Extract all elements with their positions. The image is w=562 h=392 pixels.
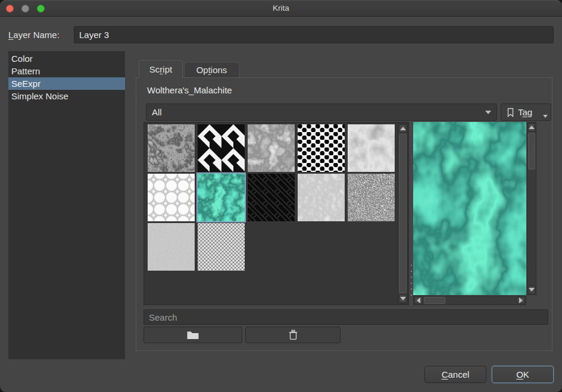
label-mnemonic: a — [523, 107, 527, 117]
pattern-thumb-art — [198, 223, 245, 271]
arrow-right-icon — [519, 297, 523, 303]
label-post: ancel — [448, 369, 469, 380]
pattern-thumb-art — [148, 174, 195, 221]
tab-label-post: ions — [211, 65, 227, 75]
ok-button[interactable]: OK — [492, 366, 554, 383]
pattern-thumbnail[interactable] — [248, 174, 295, 221]
cancel-button[interactable]: Cancel — [424, 366, 486, 383]
pattern-thumbnail[interactable] — [348, 174, 395, 221]
arrow-up-icon — [400, 127, 406, 130]
preview-horizontal-scrollbar[interactable] — [413, 296, 526, 305]
script-tab-panel: Wolthera's_Malachite All Tag — [136, 77, 552, 351]
label-pre: T — [518, 107, 523, 117]
list-item-seexpr[interactable]: SeExpr — [8, 77, 125, 90]
tab-script[interactable]: Script — [139, 60, 183, 78]
scroll-left-button[interactable] — [414, 297, 423, 304]
titlebar: Krita — [0, 0, 562, 17]
scroll-down-button[interactable] — [399, 294, 407, 303]
pattern-thumb-art — [148, 223, 195, 271]
label-post: K — [523, 369, 529, 380]
label-post: g — [527, 107, 532, 117]
malachite-preview-image — [413, 122, 526, 295]
arrow-up-icon — [529, 126, 535, 129]
pattern-thumbnail[interactable] — [348, 124, 395, 172]
arrow-left-icon — [417, 297, 420, 303]
pattern-thumb-art — [248, 174, 295, 221]
chevron-down-icon — [485, 111, 491, 114]
bookmark-icon — [507, 108, 514, 117]
selected-resource-name: Wolthera's_Malachite — [147, 85, 232, 95]
pattern-thumbnail[interactable] — [148, 124, 195, 172]
pattern-thumb-art — [298, 124, 345, 172]
grid-vertical-scrollbar[interactable] — [398, 123, 408, 304]
folder-icon — [186, 330, 199, 340]
chevron-down-icon — [543, 115, 548, 118]
tab-label-pre: Op — [196, 65, 208, 75]
pattern-grid — [145, 123, 397, 304]
scroll-right-button[interactable] — [517, 297, 525, 304]
list-item-pattern[interactable]: Pattern — [8, 65, 125, 77]
pattern-thumb-art — [248, 124, 295, 172]
pattern-grid-view — [143, 122, 409, 305]
list-item-simplex-noise[interactable]: Simplex Noise — [8, 90, 125, 102]
layer-name-label: Layer Name: — [8, 30, 60, 40]
pattern-thumb-art — [148, 124, 195, 172]
scrollbar-thumb[interactable] — [399, 134, 407, 293]
pattern-thumbnail[interactable] — [298, 174, 345, 221]
pattern-thumbnail[interactable] — [198, 223, 245, 271]
pattern-thumbnail[interactable] — [298, 124, 345, 172]
pattern-thumbnail[interactable] — [148, 223, 195, 271]
pattern-thumbnail[interactable] — [248, 124, 295, 172]
pattern-thumb-art — [198, 124, 245, 172]
tab-options[interactable]: Options — [184, 62, 239, 78]
tag-filter-dropdown[interactable]: All — [146, 104, 497, 121]
label-mnemonic: C — [442, 369, 448, 380]
pattern-thumb-art — [348, 174, 395, 221]
tag-button-label: Tag — [518, 107, 532, 117]
preview-vertical-scrollbar[interactable] — [527, 122, 536, 295]
pattern-thumb-art — [348, 124, 395, 172]
scroll-down-button[interactable] — [528, 286, 535, 294]
search-input[interactable] — [143, 309, 548, 325]
pattern-thumbnail[interactable] — [198, 124, 245, 172]
label-post: ayer Name: — [13, 30, 60, 40]
tag-filter-value: All — [152, 107, 162, 117]
window-title: Krita — [0, 0, 562, 17]
trash-icon — [289, 330, 298, 340]
scrollbar-thumb[interactable] — [424, 297, 445, 304]
delete-resource-button[interactable] — [245, 327, 341, 343]
krita-dialog-window: Krita Layer Name: Color Pattern SeExpr S… — [0, 0, 562, 392]
tab-label-pre: Sc — [149, 64, 160, 74]
tab-label-post: ipt — [163, 64, 172, 74]
scrollbar-thumb[interactable] — [528, 133, 535, 170]
label-mnemonic: O — [516, 369, 523, 380]
pattern-thumb-art — [298, 174, 345, 221]
pattern-thumbnail[interactable] — [148, 174, 195, 221]
pattern-preview — [413, 122, 526, 295]
list-item-color[interactable]: Color — [8, 52, 125, 65]
scroll-up-button[interactable] — [399, 124, 407, 133]
tag-button[interactable]: Tag — [501, 104, 551, 121]
pattern-thumbnail-selected[interactable] — [198, 174, 245, 221]
arrow-down-icon — [529, 288, 535, 291]
scroll-up-button[interactable] — [528, 123, 535, 131]
generator-type-list: Color Pattern SeExpr Simplex Noise — [8, 51, 125, 359]
layer-name-input[interactable] — [74, 26, 554, 43]
import-resource-button[interactable] — [143, 327, 242, 343]
arrow-down-icon — [400, 297, 406, 300]
pattern-thumb-art — [198, 174, 245, 221]
